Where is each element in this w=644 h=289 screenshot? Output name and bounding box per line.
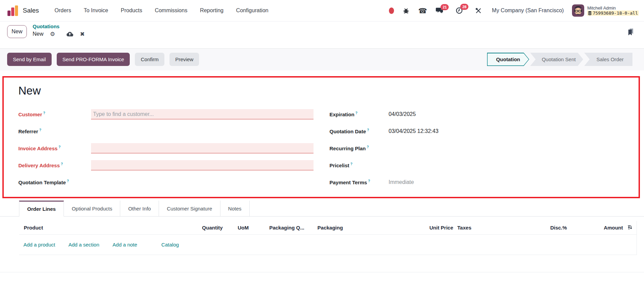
help-marker: ? — [367, 145, 369, 149]
bug-icon[interactable] — [403, 7, 409, 14]
col-packaging-qty: Packaging Q... — [268, 225, 316, 231]
nav-item-products[interactable]: Products — [121, 7, 142, 14]
tab-customer-signature[interactable]: Customer Signature — [159, 201, 220, 216]
catalog-link[interactable]: Catalog — [161, 242, 179, 248]
tab-notes[interactable]: Notes — [220, 201, 250, 216]
tab-optional-products[interactable]: Optional Products — [64, 201, 120, 216]
pricelist-label: Pricelist? — [329, 162, 389, 168]
help-marker: ? — [350, 162, 352, 166]
app-logo-icon[interactable] — [7, 5, 18, 16]
help-marker: ? — [61, 162, 63, 166]
user-name[interactable]: Mitchell Admin — [587, 5, 639, 11]
discard-icon[interactable]: ✖ — [80, 31, 85, 37]
tools-icon[interactable] — [475, 7, 482, 14]
confirm-button[interactable]: Confirm — [135, 53, 164, 66]
col-amount: Amount — [567, 225, 623, 231]
db-identifier: 75993689-18-0-all — [587, 11, 639, 16]
tab-other-info[interactable]: Other Info — [120, 201, 159, 216]
top-navbar: Sales Orders To Invoice Products Commiss… — [0, 0, 644, 21]
col-taxes: Taxes — [453, 225, 502, 231]
col-uom: UoM — [223, 225, 268, 231]
chat-icon[interactable]: 21 — [436, 7, 443, 14]
control-panel: New Quotations New ⚙ ✖ — [0, 21, 644, 49]
expiration-value[interactable]: 04/03/2025 — [389, 111, 416, 117]
referrer-label: Referrer? — [18, 128, 91, 134]
status-step-quotation[interactable]: Quotation — [487, 53, 529, 66]
help-marker: ? — [39, 128, 41, 132]
col-packaging: Packaging — [316, 225, 380, 231]
help-marker: ? — [367, 128, 369, 132]
table-empty-area — [0, 272, 644, 289]
activities-clock-icon[interactable]: 28 — [455, 7, 463, 14]
delivery-address-input[interactable] — [91, 160, 314, 170]
activities-badge: 28 — [460, 4, 468, 10]
nav-item-commissions[interactable]: Commissions — [155, 7, 187, 14]
nav-item-reporting[interactable]: Reporting — [200, 7, 223, 14]
notebook-tabs: Order Lines Optional Products Other Info… — [0, 201, 644, 217]
status-button-bar: Send by Email Send PRO-FORMA Invoice Con… — [0, 49, 644, 70]
order-lines-table: Product Quantity UoM Packaging Q... Pack… — [19, 221, 637, 255]
nav-item-orders[interactable]: Orders — [55, 7, 71, 14]
help-marker: ? — [43, 111, 45, 115]
order-lines-header: Product Quantity UoM Packaging Q... Pack… — [19, 221, 637, 235]
new-record-button[interactable]: New — [7, 25, 27, 38]
status-step-sales-order[interactable]: Sales Order — [584, 53, 632, 66]
app-name[interactable]: Sales — [23, 7, 39, 14]
delivery-address-label: Delivery Address? — [18, 162, 91, 168]
recurring-plan-label: Recurring Plan? — [329, 145, 389, 151]
send-proforma-button[interactable]: Send PRO-FORMA Invoice — [57, 53, 130, 66]
preview-button[interactable]: Preview — [169, 53, 199, 66]
breadcrumb-quotations-link[interactable]: Quotations — [33, 23, 85, 29]
add-a-section-link[interactable]: Add a section — [68, 242, 99, 248]
send-by-email-button[interactable]: Send by Email — [7, 53, 52, 66]
help-marker: ? — [368, 179, 370, 183]
add-a-product-link[interactable]: Add a product — [23, 242, 55, 248]
save-cloud-icon[interactable] — [66, 31, 73, 37]
database-icon — [588, 11, 592, 15]
bookmark-icon[interactable] — [626, 28, 635, 36]
help-marker: ? — [67, 179, 69, 183]
invoice-address-input[interactable] — [91, 143, 314, 153]
customer-input[interactable] — [91, 109, 314, 119]
statusbar: Quotation Quotation Sent Sales Order — [487, 53, 632, 66]
col-unit-price: Unit Price — [380, 225, 453, 231]
quotation-form-sheet: New Customer? Referrer? Invoice Address?… — [0, 70, 644, 201]
quotation-date-label: Quotation Date? — [329, 128, 389, 134]
quotation-date-value[interactable]: 03/04/2025 12:32:43 — [389, 128, 439, 134]
breadcrumb-current: New — [33, 31, 43, 37]
main-menu: Orders To Invoice Products Commissions R… — [55, 7, 269, 14]
tab-order-lines[interactable]: Order Lines — [19, 201, 64, 217]
col-quantity: Quantity — [191, 225, 223, 231]
add-a-note-link[interactable]: Add a note — [112, 242, 137, 248]
col-disc: Disc.% — [502, 225, 567, 231]
help-marker: ? — [58, 145, 60, 149]
payment-terms-value[interactable]: Immediate — [389, 179, 414, 185]
referrer-input[interactable] — [91, 126, 314, 136]
company-switcher[interactable]: My Company (San Francisco) — [492, 7, 564, 14]
chat-badge: 21 — [441, 4, 449, 10]
status-step-quotation-sent[interactable]: Quotation Sent — [530, 53, 583, 66]
avatar[interactable] — [572, 4, 584, 17]
gear-icon[interactable]: ⚙ — [50, 31, 55, 37]
order-line-actions-row: Add a product Add a section Add a note C… — [19, 235, 637, 255]
quotation-template-input[interactable] — [91, 177, 314, 187]
nav-item-to-invoice[interactable]: To Invoice — [84, 7, 108, 14]
phone-icon[interactable]: ☎ — [418, 7, 427, 14]
nav-item-configuration[interactable]: Configuration — [236, 7, 268, 14]
col-product: Product — [19, 225, 191, 231]
recording-indicator-icon[interactable] — [389, 7, 394, 14]
help-marker: ? — [355, 111, 357, 115]
quotation-template-label: Quotation Template? — [18, 179, 91, 185]
invoice-address-label: Invoice Address? — [18, 145, 91, 151]
optional-columns-icon[interactable] — [623, 225, 637, 230]
customer-label: Customer? — [18, 111, 91, 117]
expiration-label: Expiration? — [329, 111, 389, 117]
payment-terms-label: Payment Terms? — [329, 179, 389, 185]
page-title: New — [18, 84, 41, 97]
